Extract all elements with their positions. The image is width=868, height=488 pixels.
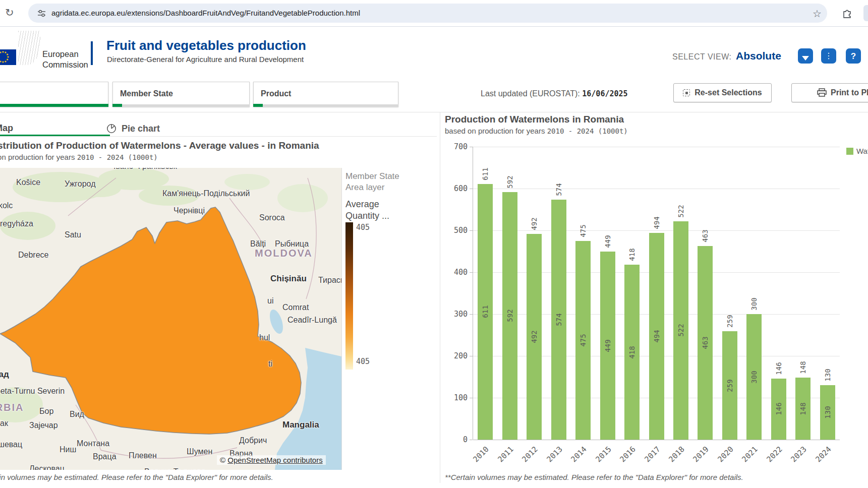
bar-value-label: 463 (701, 229, 709, 242)
y-axis-label: 200 (445, 351, 468, 360)
map-attribution: © OpenStreetMap contributors (217, 455, 326, 465)
bar-inside-value-label: 259 (726, 379, 734, 392)
tab-pie-chart[interactable]: Pie chart (106, 123, 160, 134)
map-place-label: hul (259, 333, 270, 342)
map-place-label: ti (268, 359, 272, 369)
reload-icon[interactable]: ↻ (5, 7, 14, 19)
x-axis-label-2015: 2015 (590, 445, 613, 468)
map-place-label: Satu (65, 230, 81, 239)
map-canvas[interactable]: Івано-ФранківськKošiceУжгородКам'янець-П… (0, 168, 341, 470)
x-axis-label-2013: 2013 (541, 445, 564, 468)
app-header: ★★★★★★★★★★★★ European Commission Fruit a… (0, 27, 868, 75)
browser-profile-sliver[interactable] (863, 5, 868, 21)
bar-inside-value-label: 148 (799, 402, 807, 415)
x-axis-label-2018: 2018 (663, 445, 686, 468)
x-axis-label-2010: 2010 (467, 445, 491, 468)
legend-series-label: Watermelons (856, 147, 868, 155)
map-place-label: Лесковац (29, 464, 65, 470)
map-place-label: Soroca (259, 213, 285, 222)
map-place-label: Крушевац (0, 440, 22, 449)
eu-star-icon: ★ (0, 60, 2, 63)
print-to-pdf-button[interactable]: Print to PDF (791, 83, 868, 102)
x-axis-label-2023: 2023 (785, 445, 808, 468)
map-place-label: Враца (93, 452, 117, 461)
map-place-label: Ужгород (65, 179, 96, 189)
filter-box-product[interactable]: Product (253, 82, 398, 107)
extensions-puzzle-icon[interactable] (841, 7, 853, 19)
bookmark-star-icon[interactable]: ☆ (813, 8, 822, 20)
x-axis-label-2019: 2019 (687, 445, 711, 468)
map-place-label: Вид (70, 410, 84, 419)
map-place-label: Košice (16, 178, 40, 187)
y-axis-label: 500 (445, 226, 468, 235)
map-place-label: Чернівці (173, 206, 205, 215)
legend-max-value: 405 (356, 223, 370, 232)
bar-value-label: 146 (775, 362, 783, 375)
map-place-label: Debrece (18, 251, 48, 260)
map-place-label: Comrat (282, 303, 309, 312)
bar-value-label: 418 (628, 248, 636, 261)
tab-map[interactable]: Map (0, 123, 13, 134)
map-place-label: ак (0, 419, 8, 428)
last-updated: Last updated (EUROSTAT): 16/06/2025 (481, 89, 628, 98)
bar-chart-subtitle: based on production for years 2010 - 202… (445, 127, 628, 135)
y-axis-tick (470, 272, 473, 273)
map-place-label: Зајечар (29, 421, 58, 430)
map-place-label: Chișinău (270, 274, 307, 284)
bar-value-label: 130 (824, 369, 832, 381)
bar-value-label: 449 (604, 235, 612, 248)
view-dropdown-button[interactable] (798, 48, 813, 64)
x-axis-label-2024: 2024 (809, 445, 833, 468)
kebab-menu-button[interactable]: ⋮ (821, 48, 836, 64)
y-axis-tick (470, 314, 473, 315)
map-place-label: Плевен (129, 451, 157, 460)
bar-inside-value-label: 449 (604, 339, 612, 352)
bar-value-label: 259 (726, 315, 734, 327)
map-place-label: SERBIA (0, 402, 24, 413)
y-axis-tick (470, 189, 473, 189)
map-chart-title: Distribution of Production of Watermelon… (0, 140, 319, 151)
selection-reset-icon (683, 89, 690, 96)
y-axis-label: 400 (445, 268, 468, 277)
bar-value-label: 300 (750, 297, 758, 310)
filter-label: Member State (120, 89, 173, 98)
bar-inside-value-label: 611 (481, 306, 489, 318)
y-axis-label: 300 (445, 310, 468, 319)
map-place-label: Добрич (239, 436, 267, 445)
legend-dimension-line2: Area layer (345, 182, 384, 193)
map-chart-subtitle: based on production for years 2010 - 202… (0, 153, 158, 161)
bar-value-label: 522 (677, 205, 685, 217)
filter-label: Product (261, 89, 291, 98)
bar-value-label: 592 (506, 175, 514, 188)
map-place-label: Тирасполь (318, 276, 341, 285)
bar-inside-value-label: 463 (701, 336, 709, 349)
filter-box-time[interactable] (0, 82, 108, 107)
chart-legend: Watermelons (846, 147, 868, 155)
map-place-label: Івано-Франківськ (113, 168, 177, 171)
bar-inside-value-label: 492 (530, 330, 538, 343)
site-info-icon[interactable] (37, 9, 46, 18)
select-view-value[interactable]: Absolute (736, 50, 781, 62)
map-place-label: ui (267, 296, 273, 306)
address-bar[interactable]: agridata.ec.europa.eu/extensions/Dashboa… (28, 4, 827, 23)
bar-value-label: 574 (555, 183, 563, 196)
commission-emblem-graphic (18, 31, 40, 65)
map-place-label: Београд (0, 370, 9, 380)
y-axis-tick (470, 440, 473, 440)
bar-chart-plot-area: 0100200300400500600700 61161159259249249… (473, 147, 840, 440)
select-view-label: SELECT VIEW: (672, 52, 731, 62)
filter-box-member-state[interactable]: Member State (112, 82, 250, 107)
x-axis-label-2014: 2014 (565, 445, 589, 468)
legend-color-swatch (846, 148, 853, 155)
reset-selections-button[interactable]: Re-set Selections (673, 83, 772, 102)
y-axis-tick (470, 147, 473, 147)
kebab-dots-icon: ⋮ (825, 54, 833, 57)
logo-divider (91, 41, 93, 65)
bar-inside-value-label: 494 (653, 330, 661, 342)
gridline (473, 147, 840, 147)
x-axis-label-2011: 2011 (492, 445, 515, 468)
map-legend: Member State Area layer Average Quantity… (341, 168, 437, 470)
url-text[interactable]: agridata.ec.europa.eu/extensions/Dashboa… (51, 9, 360, 17)
osm-link[interactable]: OpenStreetMap contributors (227, 456, 322, 464)
help-button[interactable]: ? (846, 48, 861, 64)
